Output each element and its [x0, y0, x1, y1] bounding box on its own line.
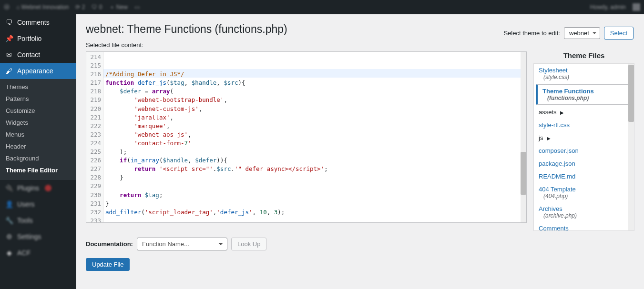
tree-item-package-json[interactable]: package.json — [534, 157, 634, 170]
submenu-theme-file-editor[interactable]: Theme File Editor — [0, 164, 76, 176]
home-icon: ⌂ — [16, 4, 20, 10]
admin-bar: ⓦ ⌂ Webnet Innovation ⟳ 2 🗨 0 ＋ New ▭ Ho… — [0, 0, 644, 14]
menu-label: Tools — [17, 217, 33, 224]
tree-item-assets[interactable]: assets ▶ — [534, 106, 634, 119]
tree-item-label: js — [539, 134, 543, 141]
tree-item-label: composer.json — [539, 147, 579, 154]
code-scrollbar-track[interactable] — [521, 52, 526, 222]
main-content: Select theme to edit: webnet Select webn… — [76, 14, 644, 289]
menu-plugins[interactable]: 🔌 Plugins — [0, 180, 76, 196]
appearance-icon: 🖌 — [5, 67, 13, 75]
selected-file-content-label: Selected file content: — [86, 41, 634, 49]
settings-icon: ⚙ — [5, 232, 13, 241]
tree-item-theme-functions[interactable]: Theme Functions(functions.php) — [536, 84, 632, 105]
submenu-widgets[interactable]: Widgets — [0, 117, 76, 129]
tree-item-filename: (style.css) — [543, 74, 629, 80]
tree-item-filename: (404.php) — [543, 193, 629, 199]
portfolio-icon: 📌 — [5, 34, 13, 43]
theme-files-heading: Theme Files — [533, 51, 634, 60]
code-gutter: 2142152162172182192202212222232242252262… — [86, 52, 103, 222]
menu-label: ACF — [17, 249, 31, 257]
submenu-themes[interactable]: Themes — [0, 81, 76, 93]
avatar[interactable] — [633, 3, 640, 11]
tree-item-readme-md[interactable]: README.md — [534, 170, 634, 183]
tree-item-label: style-rtl.css — [539, 121, 570, 129]
admin-bar-left: ⓦ ⌂ Webnet Innovation ⟳ 2 🗨 0 ＋ New ▭ — [4, 3, 140, 11]
chevron-right-icon: ▶ — [560, 110, 564, 115]
menu-label: Portfolio — [17, 35, 41, 42]
howdy-user[interactable]: Howdy, admin — [590, 4, 626, 10]
tree-item-label: README.md — [539, 173, 575, 180]
tree-item-label: Theme Functions — [542, 88, 594, 95]
documentation-row: Documentation: Function Name... Look Up — [86, 238, 634, 250]
select-theme-button[interactable]: Select — [604, 27, 634, 40]
admin-sidebar: 🗨 Comments 📌 Portfolio ✉ Contact 🖌 Appea… — [0, 14, 76, 289]
tree-item-label: Stylesheet — [539, 67, 568, 74]
wp-logo-icon[interactable]: ⓦ — [4, 3, 10, 11]
tree-item-archives[interactable]: Archives(archive.php) — [534, 202, 634, 222]
theme-select-dropdown[interactable]: webnet — [564, 27, 600, 39]
theme-select-label: Select theme to edit: — [503, 30, 560, 37]
tree-item-filename: (archive.php) — [543, 212, 629, 219]
code-editor[interactable]: 2142152162172182192202212222232242252262… — [86, 51, 527, 223]
updates-indicator[interactable]: ⟳ 2 — [75, 4, 85, 10]
documentation-select[interactable]: Function Name... — [137, 238, 227, 250]
users-icon: 👤 — [5, 200, 13, 209]
tree-item-label: Comments — [539, 225, 569, 231]
external-icon[interactable]: ▭ — [134, 4, 140, 10]
theme-files-panel: Theme Files Stylesheet(style.css)Theme F… — [533, 51, 634, 231]
tree-item-style-rtl-css[interactable]: style-rtl.css — [534, 119, 634, 131]
menu-appearance[interactable]: 🖌 Appearance — [0, 63, 76, 79]
menu-users[interactable]: 👤 Users — [0, 196, 76, 212]
tree-item-404-template[interactable]: 404 Template(404.php) — [534, 183, 634, 202]
update-file-button[interactable]: Update File — [86, 258, 130, 271]
menu-contact[interactable]: ✉ Contact — [0, 47, 76, 63]
submenu-header[interactable]: Header — [0, 140, 76, 152]
acf-icon: ◆ — [5, 249, 13, 257]
admin-bar-right: Howdy, admin — [590, 3, 640, 11]
tools-icon: 🔧 — [5, 216, 13, 225]
tree-item-filename: (functions.php) — [547, 95, 627, 101]
appearance-submenu: Themes Patterns Customize Widgets Menus … — [0, 79, 76, 180]
chevron-right-icon: ▶ — [547, 136, 551, 141]
plugin-update-badge — [45, 185, 51, 191]
code-scrollbar-thumb[interactable] — [521, 152, 526, 195]
comments-icon: 🗨 — [5, 18, 13, 27]
menu-label: Comments — [17, 19, 50, 26]
menu-label: Appearance — [17, 67, 53, 75]
menu-acf[interactable]: ◆ ACF — [0, 245, 76, 261]
tree-item-label: Archives — [539, 205, 562, 212]
theme-files-list[interactable]: Stylesheet(style.css)Theme Functions(fun… — [533, 63, 634, 231]
tree-item-js[interactable]: js ▶ — [534, 131, 634, 144]
tree-scrollbar-track[interactable] — [628, 64, 634, 230]
submenu-menus[interactable]: Menus — [0, 129, 76, 140]
tree-item-composer-json[interactable]: composer.json — [534, 144, 634, 157]
tree-scrollbar-thumb[interactable] — [628, 65, 634, 122]
new-content[interactable]: ＋ New — [109, 3, 128, 11]
menu-label: Settings — [17, 233, 41, 240]
menu-portfolio[interactable]: 📌 Portfolio — [0, 30, 76, 47]
menu-label: Users — [17, 200, 35, 208]
tree-item-label: assets — [539, 109, 557, 116]
code-content[interactable]: /*Adding Defer in JS*/function defer_js(… — [103, 52, 526, 222]
tree-item-stylesheet[interactable]: Stylesheet(style.css) — [534, 64, 634, 83]
documentation-select-value: Function Name... — [142, 240, 189, 248]
lookup-button[interactable]: Look Up — [231, 238, 266, 250]
site-name[interactable]: ⌂ Webnet Innovation — [16, 4, 69, 10]
menu-comments[interactable]: 🗨 Comments — [0, 14, 76, 30]
contact-icon: ✉ — [5, 50, 13, 59]
submenu-background[interactable]: Background — [0, 152, 76, 164]
comments-indicator[interactable]: 🗨 0 — [92, 4, 102, 10]
plugins-icon: 🔌 — [5, 184, 13, 192]
menu-blurred-section: 🔌 Plugins 👤 Users 🔧 Tools ⚙ Settings ◆ A… — [0, 180, 76, 261]
submenu-patterns[interactable]: Patterns — [0, 93, 76, 105]
menu-settings[interactable]: ⚙ Settings — [0, 229, 76, 245]
theme-select-row: Select theme to edit: webnet Select — [503, 27, 634, 40]
menu-tools[interactable]: 🔧 Tools — [0, 212, 76, 229]
submenu-customize[interactable]: Customize — [0, 105, 76, 117]
tree-item-comments[interactable]: Comments — [534, 222, 634, 231]
tree-item-label: 404 Template — [539, 186, 576, 193]
theme-select-value: webnet — [569, 30, 589, 37]
tree-item-label: package.json — [539, 160, 575, 167]
documentation-label: Documentation: — [86, 240, 133, 248]
